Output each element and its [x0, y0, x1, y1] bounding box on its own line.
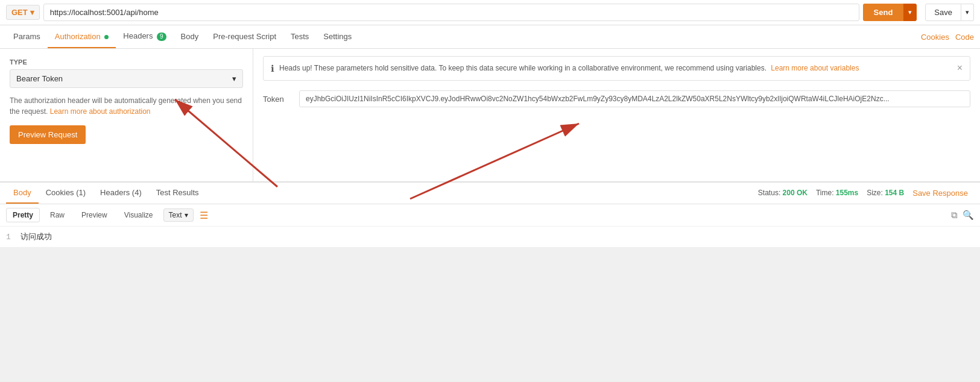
type-select-value: Bearer Token	[16, 74, 63, 83]
type-select[interactable]: Bearer Token ▾	[10, 69, 243, 88]
tab-body[interactable]: Body	[174, 26, 206, 48]
tab-settings[interactable]: Settings	[316, 26, 359, 48]
save-dropdown-button[interactable]: ▾	[961, 4, 974, 21]
auth-learn-link[interactable]: Learn more about authorization	[50, 107, 151, 116]
alert-bar: ℹ Heads up! These parameters hold sensit…	[263, 56, 970, 81]
tab-authorization[interactable]: Authorization	[48, 26, 116, 48]
alert-close-button[interactable]: ×	[957, 63, 963, 74]
main-content: TYPE Bearer Token ▾ The authorization he…	[0, 49, 980, 181]
authorization-dot	[104, 35, 109, 39]
send-button[interactable]: Send	[863, 4, 904, 21]
code-toolbar-right: ⧉ 🔍	[951, 210, 974, 221]
cookies-link[interactable]: Cookies	[921, 33, 949, 42]
status-value: 200 OK	[783, 189, 808, 197]
type-label: TYPE	[10, 58, 243, 66]
tab-params[interactable]: Params	[6, 26, 48, 48]
method-value: GET	[11, 8, 28, 17]
code-tab-visualize[interactable]: Visualize	[118, 208, 160, 222]
tab-prerequest[interactable]: Pre-request Script	[206, 26, 283, 48]
status-bar: Status: 200 OK Time: 155ms Size: 154 B S…	[758, 189, 974, 198]
alert-icon: ℹ	[271, 63, 274, 74]
tab-response-cookies[interactable]: Cookies (1)	[39, 183, 93, 204]
code-toolbar: Pretty Raw Preview Visualize Text ▾ ☰ ⧉ …	[0, 204, 980, 227]
top-bar: GET ▾ Send ▾ Save ▾	[0, 0, 980, 25]
time-label: Time: 155ms	[816, 189, 858, 198]
auth-panel: TYPE Bearer Token ▾ The authorization he…	[0, 49, 253, 181]
format-select[interactable]: Text ▾	[163, 208, 194, 222]
learn-variables-link[interactable]: Learn more about variables	[771, 64, 859, 72]
response-content-1: 访问成功	[21, 233, 52, 242]
code-tab-raw[interactable]: Raw	[43, 208, 71, 222]
copy-icon[interactable]: ⧉	[951, 210, 958, 221]
code-area: 1访问成功	[0, 227, 980, 247]
alert-text: Heads up! These parameters hold sensitiv…	[279, 63, 952, 74]
tab-headers[interactable]: Headers 9	[116, 25, 173, 48]
bottom-section: Body Cookies (1) Headers (4) Test Result…	[0, 181, 980, 247]
token-panel: ℹ Heads up! These parameters hold sensit…	[253, 49, 980, 181]
tab-response-body[interactable]: Body	[6, 183, 39, 204]
tab-right-links: Cookies Code	[921, 33, 974, 42]
preview-request-button[interactable]: Preview Request	[10, 125, 86, 144]
save-response-button[interactable]: Save Response	[912, 189, 968, 198]
type-dropdown-icon: ▾	[232, 74, 236, 83]
send-dropdown-button[interactable]: ▾	[903, 4, 917, 21]
tab-tests[interactable]: Tests	[283, 26, 316, 48]
size-value: 154 B	[885, 189, 904, 197]
request-tabs: Params Authorization Headers 9 Body Pre-…	[0, 25, 980, 49]
auth-note: The authorization header will be automat…	[10, 95, 243, 117]
line-number-1: 1	[6, 233, 11, 242]
format-dropdown-icon: ▾	[185, 211, 188, 219]
method-dropdown-icon: ▾	[30, 8, 34, 17]
save-button[interactable]: Save	[925, 4, 961, 21]
url-input[interactable]	[43, 4, 859, 21]
time-value: 155ms	[836, 189, 858, 197]
search-icon[interactable]: 🔍	[963, 210, 974, 221]
token-row: Token	[263, 90, 970, 107]
tab-response-headers[interactable]: Headers (4)	[93, 183, 149, 204]
code-tab-preview[interactable]: Preview	[75, 208, 114, 222]
code-link[interactable]: Code	[955, 33, 974, 42]
method-select[interactable]: GET ▾	[6, 5, 40, 20]
size-label: Size: 154 B	[867, 189, 904, 198]
tab-test-results[interactable]: Test Results	[149, 183, 206, 204]
response-tabs: Body Cookies (1) Headers (4) Test Result…	[0, 183, 980, 204]
format-value: Text	[169, 211, 182, 219]
code-tab-pretty[interactable]: Pretty	[6, 208, 40, 222]
token-input[interactable]	[299, 90, 970, 107]
headers-badge: 9	[157, 33, 166, 41]
wrap-icon[interactable]: ☰	[200, 210, 208, 221]
status-label: Status: 200 OK	[758, 189, 808, 198]
token-label: Token	[263, 95, 293, 104]
